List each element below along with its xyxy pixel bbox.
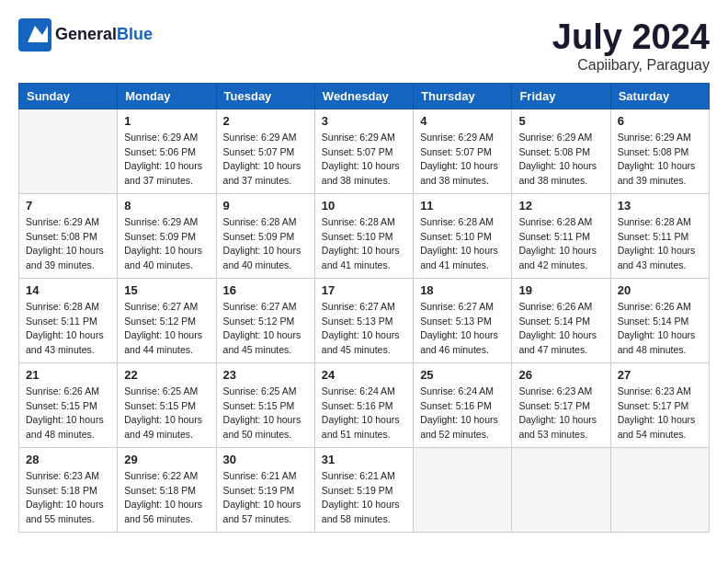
- day-info: Sunrise: 6:29 AMSunset: 5:08 PMDaylight:…: [518, 131, 603, 189]
- calendar-cell: 14Sunrise: 6:28 AMSunset: 5:11 PMDayligh…: [19, 278, 118, 362]
- weekday-header: Thursday: [414, 83, 512, 109]
- weekday-header-row: SundayMondayTuesdayWednesdayThursdayFrid…: [19, 83, 710, 109]
- day-info: Sunrise: 6:21 AMSunset: 5:19 PMDaylight:…: [223, 469, 308, 527]
- day-info: Sunrise: 6:29 AMSunset: 5:09 PMDaylight:…: [124, 215, 209, 273]
- day-info: Sunrise: 6:26 AMSunset: 5:15 PMDaylight:…: [26, 385, 110, 442]
- day-number: 28: [26, 453, 110, 466]
- day-info: Sunrise: 6:25 AMSunset: 5:15 PMDaylight:…: [223, 385, 308, 442]
- day-info: Sunrise: 6:29 AMSunset: 5:08 PMDaylight:…: [26, 215, 110, 273]
- day-number: 9: [223, 199, 308, 213]
- week-row: 21Sunrise: 6:26 AMSunset: 5:15 PMDayligh…: [19, 362, 710, 447]
- day-number: 15: [124, 283, 209, 297]
- calendar-cell: [610, 447, 709, 532]
- day-info: Sunrise: 6:28 AMSunset: 5:10 PMDaylight:…: [420, 215, 505, 273]
- day-number: 26: [518, 368, 603, 382]
- calendar-cell: 15Sunrise: 6:27 AMSunset: 5:12 PMDayligh…: [118, 278, 216, 362]
- day-number: 14: [26, 283, 110, 297]
- weekday-header: Friday: [512, 83, 610, 109]
- calendar-cell: 27Sunrise: 6:23 AMSunset: 5:17 PMDayligh…: [610, 362, 709, 447]
- calendar-cell: 7Sunrise: 6:29 AMSunset: 5:08 PMDaylight…: [19, 193, 118, 278]
- calendar-cell: 5Sunrise: 6:29 AMSunset: 5:08 PMDaylight…: [512, 109, 610, 193]
- day-info: Sunrise: 6:28 AMSunset: 5:11 PMDaylight:…: [26, 300, 110, 358]
- title-block: July 2024 Capiibary, Paraguay: [552, 18, 710, 74]
- calendar-cell: 12Sunrise: 6:28 AMSunset: 5:11 PMDayligh…: [512, 193, 610, 278]
- calendar-cell: 4Sunrise: 6:29 AMSunset: 5:07 PMDaylight…: [414, 109, 512, 193]
- logo: GeneralBlue: [18, 18, 153, 52]
- day-number: 31: [322, 453, 406, 466]
- day-number: 23: [223, 368, 308, 382]
- day-info: Sunrise: 6:29 AMSunset: 5:07 PMDaylight:…: [223, 131, 308, 189]
- day-number: 10: [322, 199, 406, 213]
- calendar-cell: [414, 447, 512, 532]
- calendar-cell: 21Sunrise: 6:26 AMSunset: 5:15 PMDayligh…: [19, 362, 118, 447]
- day-info: Sunrise: 6:22 AMSunset: 5:18 PMDaylight:…: [124, 469, 209, 527]
- day-number: 27: [618, 368, 702, 382]
- day-info: Sunrise: 6:29 AMSunset: 5:08 PMDaylight:…: [618, 131, 702, 189]
- day-info: Sunrise: 6:27 AMSunset: 5:13 PMDaylight:…: [322, 300, 406, 358]
- day-info: Sunrise: 6:27 AMSunset: 5:12 PMDaylight:…: [223, 300, 308, 358]
- weekday-header: Sunday: [19, 83, 118, 109]
- day-info: Sunrise: 6:28 AMSunset: 5:11 PMDaylight:…: [618, 215, 702, 273]
- calendar-cell: 31Sunrise: 6:21 AMSunset: 5:19 PMDayligh…: [314, 447, 413, 532]
- week-row: 7Sunrise: 6:29 AMSunset: 5:08 PMDaylight…: [19, 193, 710, 278]
- day-number: 5: [518, 114, 603, 128]
- calendar-table: SundayMondayTuesdayWednesdayThursdayFrid…: [18, 83, 710, 533]
- logo-general: General: [55, 25, 117, 43]
- day-info: Sunrise: 6:21 AMSunset: 5:19 PMDaylight:…: [322, 469, 406, 527]
- day-number: 8: [124, 199, 209, 213]
- day-number: 30: [223, 453, 308, 466]
- day-info: Sunrise: 6:29 AMSunset: 5:07 PMDaylight:…: [420, 131, 505, 189]
- location: Capiibary, Paraguay: [552, 57, 710, 74]
- day-number: 4: [420, 114, 505, 128]
- week-row: 14Sunrise: 6:28 AMSunset: 5:11 PMDayligh…: [19, 278, 710, 362]
- calendar-cell: [19, 109, 118, 193]
- day-number: 6: [618, 114, 702, 128]
- calendar-cell: 25Sunrise: 6:24 AMSunset: 5:16 PMDayligh…: [414, 362, 512, 447]
- day-info: Sunrise: 6:27 AMSunset: 5:12 PMDaylight:…: [124, 300, 209, 358]
- day-info: Sunrise: 6:29 AMSunset: 5:07 PMDaylight:…: [322, 131, 406, 189]
- page-header: GeneralBlue July 2024 Capiibary, Paragua…: [18, 18, 710, 74]
- day-number: 17: [322, 283, 406, 297]
- day-info: Sunrise: 6:26 AMSunset: 5:14 PMDaylight:…: [518, 300, 603, 358]
- calendar-cell: 28Sunrise: 6:23 AMSunset: 5:18 PMDayligh…: [19, 447, 118, 532]
- day-info: Sunrise: 6:27 AMSunset: 5:13 PMDaylight:…: [420, 300, 505, 358]
- day-number: 19: [518, 283, 603, 297]
- day-info: Sunrise: 6:29 AMSunset: 5:06 PMDaylight:…: [124, 131, 209, 189]
- calendar-cell: 6Sunrise: 6:29 AMSunset: 5:08 PMDaylight…: [610, 109, 709, 193]
- week-row: 1Sunrise: 6:29 AMSunset: 5:06 PMDaylight…: [19, 109, 710, 193]
- day-info: Sunrise: 6:24 AMSunset: 5:16 PMDaylight:…: [420, 385, 505, 442]
- day-info: Sunrise: 6:23 AMSunset: 5:17 PMDaylight:…: [518, 385, 603, 442]
- month-year: July 2024: [552, 18, 710, 57]
- day-info: Sunrise: 6:26 AMSunset: 5:14 PMDaylight:…: [618, 300, 702, 358]
- day-number: 25: [420, 368, 505, 382]
- calendar-cell: 19Sunrise: 6:26 AMSunset: 5:14 PMDayligh…: [512, 278, 610, 362]
- day-number: 29: [124, 453, 209, 466]
- calendar-cell: 18Sunrise: 6:27 AMSunset: 5:13 PMDayligh…: [414, 278, 512, 362]
- weekday-header: Wednesday: [314, 83, 413, 109]
- weekday-header: Saturday: [610, 83, 709, 109]
- day-number: 11: [420, 199, 505, 213]
- day-info: Sunrise: 6:23 AMSunset: 5:18 PMDaylight:…: [26, 469, 110, 527]
- day-number: 20: [618, 283, 702, 297]
- calendar-cell: 24Sunrise: 6:24 AMSunset: 5:16 PMDayligh…: [314, 362, 413, 447]
- calendar-cell: 20Sunrise: 6:26 AMSunset: 5:14 PMDayligh…: [610, 278, 709, 362]
- calendar-cell: 1Sunrise: 6:29 AMSunset: 5:06 PMDaylight…: [118, 109, 216, 193]
- calendar-cell: 30Sunrise: 6:21 AMSunset: 5:19 PMDayligh…: [216, 447, 314, 532]
- calendar-cell: 17Sunrise: 6:27 AMSunset: 5:13 PMDayligh…: [314, 278, 413, 362]
- day-number: 1: [124, 114, 209, 128]
- calendar-cell: [512, 447, 610, 532]
- day-number: 13: [618, 199, 702, 213]
- weekday-header: Tuesday: [216, 83, 314, 109]
- logo-blue: Blue: [117, 25, 153, 43]
- calendar-cell: 16Sunrise: 6:27 AMSunset: 5:12 PMDayligh…: [216, 278, 314, 362]
- day-number: 18: [420, 283, 505, 297]
- day-number: 21: [26, 368, 110, 382]
- day-number: 16: [223, 283, 308, 297]
- day-number: 24: [322, 368, 406, 382]
- calendar-cell: 10Sunrise: 6:28 AMSunset: 5:10 PMDayligh…: [314, 193, 413, 278]
- day-number: 3: [322, 114, 406, 128]
- calendar-cell: 9Sunrise: 6:28 AMSunset: 5:09 PMDaylight…: [216, 193, 314, 278]
- week-row: 28Sunrise: 6:23 AMSunset: 5:18 PMDayligh…: [19, 447, 710, 532]
- calendar-cell: 29Sunrise: 6:22 AMSunset: 5:18 PMDayligh…: [118, 447, 216, 532]
- day-info: Sunrise: 6:23 AMSunset: 5:17 PMDaylight:…: [618, 385, 702, 442]
